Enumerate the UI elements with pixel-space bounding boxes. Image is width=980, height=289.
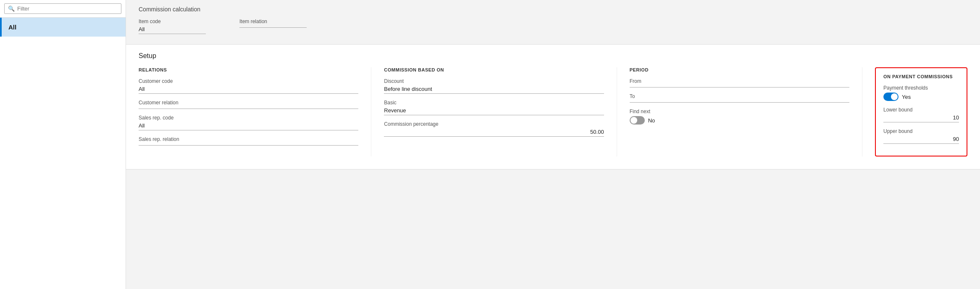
payment-thresholds-toggle-row: Yes — [883, 93, 959, 101]
commission-pct-row: Commission percentage 50.00 — [384, 121, 604, 137]
sales-rep-relation-value[interactable] — [139, 144, 358, 146]
sales-rep-code-value[interactable]: All — [139, 122, 358, 130]
sales-rep-relation-row: Sales rep. relation — [139, 136, 358, 146]
from-value[interactable] — [630, 86, 849, 87]
basic-value[interactable]: Revenue — [384, 107, 604, 115]
commission-pct-label: Commission percentage — [384, 121, 604, 127]
setup-grid: RELATIONS Customer code All Customer rel… — [139, 67, 967, 156]
sidebar-list: All — [0, 18, 126, 289]
item-code-value: All — [139, 26, 206, 34]
find-next-label: Find next — [630, 109, 849, 114]
sidebar: 🔍 All — [0, 0, 126, 289]
commission-based-col: COMMISSION BASED ON Discount Before line… — [384, 67, 617, 156]
find-next-toggle[interactable] — [630, 116, 645, 125]
commission-calc-title: Commission calculation — [139, 6, 967, 13]
setup-section: Setup RELATIONS Customer code All Custom… — [126, 44, 980, 170]
find-next-row: Find next No — [630, 109, 849, 125]
find-next-knob — [631, 117, 637, 124]
filter-bar: 🔍 — [0, 0, 126, 18]
commission-pct-value[interactable]: 50.00 — [384, 129, 604, 137]
sales-rep-code-row: Sales rep. code All — [139, 115, 358, 130]
basic-label: Basic — [384, 100, 604, 106]
lower-bound-row: Lower bound 10 — [883, 107, 959, 122]
discount-label: Discount — [384, 78, 604, 84]
discount-value[interactable]: Before line discount — [384, 86, 604, 94]
filter-input[interactable] — [17, 5, 118, 12]
upper-bound-label: Upper bound — [883, 128, 959, 134]
main-content: Commission calculation Item code All Ite… — [126, 0, 980, 289]
upper-bound-value[interactable]: 90 — [883, 136, 959, 144]
item-code-label: Item code — [139, 19, 206, 24]
customer-relation-label: Customer relation — [139, 100, 358, 106]
upper-bound-row: Upper bound 90 — [883, 128, 959, 144]
relations-header: RELATIONS — [139, 67, 358, 72]
basic-row: Basic Revenue — [384, 100, 604, 115]
sales-rep-relation-label: Sales rep. relation — [139, 136, 358, 142]
payment-thresholds-knob — [891, 93, 898, 100]
lower-bound-value[interactable]: 10 — [883, 114, 959, 122]
customer-relation-value[interactable] — [139, 107, 358, 109]
customer-code-row: Customer code All — [139, 78, 358, 94]
on-payment-header: ON PAYMENT COMMISSIONS — [883, 74, 959, 79]
sidebar-item-all[interactable]: All — [0, 18, 126, 37]
customer-code-value[interactable]: All — [139, 86, 358, 94]
payment-thresholds-row: Payment thresholds Yes — [883, 85, 959, 101]
item-relation-label: Item relation — [239, 19, 307, 24]
sales-rep-code-label: Sales rep. code — [139, 115, 358, 121]
to-value[interactable] — [630, 101, 849, 103]
payment-thresholds-value: Yes — [902, 94, 911, 100]
filter-input-wrap[interactable]: 🔍 — [4, 3, 121, 14]
item-relation-group: Item relation — [239, 19, 307, 34]
relations-col: RELATIONS Customer code All Customer rel… — [139, 67, 371, 156]
on-payment-box: ON PAYMENT COMMISSIONS Payment threshold… — [875, 67, 967, 156]
item-code-group: Item code All — [139, 19, 206, 34]
period-col: PERIOD From To Find next No — [630, 67, 862, 156]
find-next-toggle-row: No — [630, 116, 849, 125]
to-label: To — [630, 93, 849, 99]
to-row: To — [630, 93, 849, 103]
commission-header: Commission calculation Item code All Ite… — [126, 0, 980, 38]
item-relation-value — [239, 26, 307, 28]
commission-based-header: COMMISSION BASED ON — [384, 67, 604, 72]
customer-relation-row: Customer relation — [139, 100, 358, 109]
from-row: From — [630, 78, 849, 87]
discount-row: Discount Before line discount — [384, 78, 604, 94]
header-fields: Item code All Item relation — [139, 19, 967, 38]
setup-title: Setup — [139, 52, 967, 60]
payment-thresholds-toggle[interactable] — [883, 93, 899, 101]
from-label: From — [630, 78, 849, 84]
period-header: PERIOD — [630, 67, 849, 72]
find-next-value: No — [648, 117, 655, 124]
search-icon: 🔍 — [8, 5, 15, 12]
lower-bound-label: Lower bound — [883, 107, 959, 113]
payment-thresholds-label: Payment thresholds — [883, 85, 959, 91]
customer-code-label: Customer code — [139, 78, 358, 84]
